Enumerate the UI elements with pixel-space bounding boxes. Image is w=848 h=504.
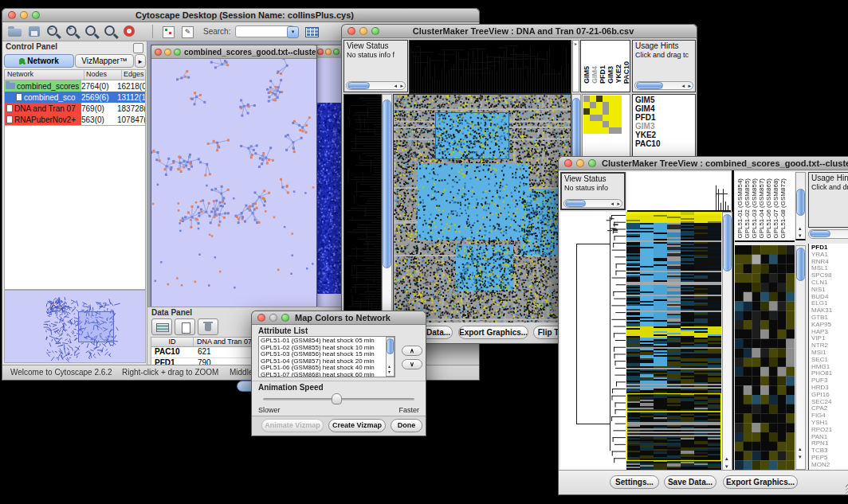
usage-hints-hscrollbar[interactable] [808,229,848,239]
zoom-fit-icon[interactable] [101,23,120,39]
open-network-icon[interactable] [6,23,25,39]
column-label[interactable]: GPL51-01 (GSM854) [736,178,744,239]
gene-label[interactable]: GIM4 [633,104,695,113]
col-network[interactable]: Network [5,70,84,80]
column-label[interactable]: PAC10 [622,61,630,84]
panel-float-icon[interactable] [133,43,143,53]
column-tree-area[interactable] [627,172,731,212]
animation-slider-thumb[interactable] [332,393,342,404]
attribute-select-icon[interactable] [151,318,172,335]
column-label[interactable]: YKE2 [614,64,622,84]
column-label[interactable]: PFD1 [599,65,607,84]
minimize-icon[interactable] [325,49,332,55]
detail-vscrollbar[interactable]: ▴ ▾ [795,245,806,470]
column-label[interactable]: GPL51-02 (GSM855) [744,178,751,239]
zoom-in-icon[interactable]: + [63,23,82,39]
dialog-title-bar[interactable]: Map Colors to Network [251,311,426,325]
zoom-out-icon[interactable]: − [44,23,63,39]
zoom-window-icon[interactable] [333,49,340,55]
summary-heatmap[interactable] [583,96,622,134]
heatmap-vscrollbar[interactable]: ▴ ▾ [722,212,732,471]
move-up-button[interactable]: ∧ [402,346,422,356]
close-icon[interactable] [155,49,162,56]
scroll-down-icon[interactable]: ▾ [799,454,802,459]
vscroll-thumb[interactable] [796,248,805,281]
zoom-window-icon[interactable] [371,27,379,35]
zoom-window-icon[interactable] [588,159,596,167]
column-label[interactable]: GPL51-08 (GSM872) [779,178,787,239]
vscroll-thumb[interactable] [383,100,391,268]
splitter-strip[interactable]: ▸ [572,40,579,92]
attribute-item[interactable]: GPL51-07 (GSM868) heat shock 60 min [259,372,385,377]
vscroll-thumb[interactable] [387,338,394,354]
detail-heatmap[interactable] [735,245,795,470]
row-dendrogram[interactable] [344,94,382,325]
column-label[interactable]: GPL51-03 (GSM856) [751,178,758,239]
column-dendrogram[interactable] [409,40,571,94]
done-button[interactable]: Done [391,419,422,432]
scroll-left-icon[interactable]: ◂ [681,83,685,88]
minimize-icon[interactable] [359,27,367,35]
treeview1-title-bar[interactable]: ClusterMaker TreeView : DNA and Tran 07-… [341,24,697,38]
view-status-hscrollbar[interactable]: ◂ ▸ [346,81,406,90]
minimize-icon[interactable] [164,49,171,56]
tab-vizmapper[interactable]: VizMapper™ [75,54,134,68]
usage-hints-hscrollbar[interactable]: ◂ ▸ [634,81,693,90]
view-status-hscrollbar[interactable]: ◂ ▸ [563,199,622,208]
close-icon[interactable] [8,11,16,19]
close-icon[interactable] [564,159,572,167]
scroll-right-icon[interactable]: ▸ [688,83,691,88]
minimize-icon[interactable] [20,11,28,19]
scroll-right-icon[interactable]: ▸ [617,201,620,206]
search-dropdown-icon[interactable]: ▾ [287,26,299,38]
treeview2-button-save-data[interactable]: Save Data... [664,475,716,489]
scroll-down-icon[interactable]: ▾ [725,463,728,469]
annotation-icon[interactable] [159,23,178,39]
treeview2-button-export-graphics[interactable]: Export Graphics... [723,475,798,489]
zoom-window-icon[interactable] [281,314,289,322]
attribute-list-vscrollbar[interactable]: ▴ ▾ [386,337,395,377]
heatmap-canvas[interactable] [626,212,721,471]
gene-label[interactable]: PFD1 [633,113,695,122]
column-label[interactable]: GPL51-04 (GSM857) [758,178,765,239]
row-dendrogram[interactable] [560,212,626,471]
network-view-title-bar[interactable]: combined_scores_good.txt--cluste... [151,45,316,59]
treeview2-title-bar[interactable]: ClusterMaker TreeView : combined_scores_… [558,156,848,170]
attribute-list[interactable]: GPL51-01 (GSM854) heat shock 05 minGPL51… [258,336,395,377]
delete-attribute-icon[interactable] [198,318,218,335]
main-title-bar[interactable]: Cytoscape Desktop (Session Name: collins… [2,8,480,22]
gene-labels-panel[interactable]: PFD1YRA1RNR4MSL1SPC98CLN1NIS1BUD4ELG1MAK… [808,244,848,471]
birdseye-view[interactable] [4,290,146,363]
heatmap-canvas[interactable] [393,94,571,325]
treeview2-button-settings[interactable]: Settings... [610,475,659,489]
column-label[interactable]: GPL51-06 (GSM865) [765,178,772,239]
scroll-down-icon[interactable]: ▾ [799,232,802,238]
gene-label[interactable]: PAC10 [633,139,695,148]
gene-label[interactable]: GIM5 [633,96,695,104]
col-nodes[interactable]: Nodes [84,70,122,80]
close-icon[interactable] [347,27,355,35]
edit-icon[interactable]: ✎ [178,23,197,39]
hscroll-thumb[interactable] [636,82,663,89]
column-labels-panel[interactable]: GIM5GIM4PFD1GIM3YKE2PAC10 [580,40,630,92]
column-label[interactable]: GIM4 [591,66,599,84]
zoom-selected-icon[interactable] [82,23,101,39]
scroll-up-icon[interactable]: ▴ [388,364,391,369]
save-session-icon[interactable] [25,23,44,39]
tab-network[interactable]: Network [4,54,74,68]
vscroll-thumb[interactable] [796,189,805,216]
hscroll-thumb[interactable] [347,82,370,89]
animate-vizmap-button[interactable]: Animate Vizmap [261,419,324,432]
hscroll-thumb[interactable] [565,200,586,207]
gene-label[interactable]: GIM3 [633,122,695,131]
new-attribute-icon[interactable] [175,318,195,335]
labels-vscrollbar[interactable]: ▴ ▾ [795,172,806,240]
gene-label[interactable]: MON2 [809,462,848,469]
minimize-icon[interactable] [576,159,584,167]
scroll-right-icon[interactable]: ▸ [400,83,403,88]
close-icon[interactable] [317,49,324,55]
network-table-row[interactable]: combined_scores2764(0)16218(0) [5,80,145,92]
scroll-left-icon[interactable]: ◂ [394,83,397,88]
network-table-row[interactable]: DNA and Tran 07769(0)183728(0) [5,103,145,114]
network-table-row[interactable]: RNAPuberNov2+563(0)107847(0) [5,114,145,125]
